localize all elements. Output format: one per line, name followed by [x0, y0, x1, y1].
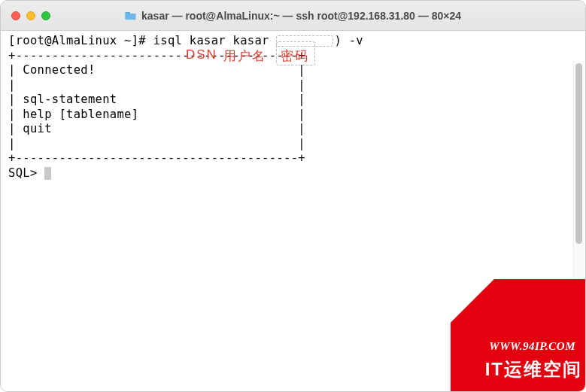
line-connected: | Connected! | — [8, 63, 305, 77]
line-blank-1: | | — [8, 78, 305, 92]
annotation-box — [276, 41, 315, 65]
annotation-user: 用户名 — [223, 47, 266, 65]
scrollbar[interactable] — [573, 61, 584, 391]
line-help: | help [tablename] | — [8, 108, 305, 121]
zoom-icon[interactable] — [41, 11, 50, 20]
traffic-lights — [11, 11, 50, 20]
terminal-window: kasar — root@AlmaLinux:~ — ssh root@192.… — [0, 0, 586, 392]
terminal-area[interactable]: [root@AlmaLinux ~]# isql kasar kasar ) -… — [1, 31, 585, 391]
prompt-tail: ) -v — [334, 34, 363, 47]
title-center: kasar — root@AlmaLinux:~ — ssh root@192.… — [1, 10, 585, 22]
line-sql: | sql-statement | — [8, 93, 305, 106]
scrollbar-thumb[interactable] — [575, 63, 582, 244]
line-quit: | quit | — [8, 122, 305, 135]
titlebar[interactable]: kasar — root@AlmaLinux:~ — ssh root@192.… — [1, 1, 585, 31]
minimize-icon[interactable] — [26, 11, 35, 20]
annotation-dsn: DSN — [186, 47, 217, 62]
terminal-text[interactable]: [root@AlmaLinux ~]# isql kasar kasar ) -… — [8, 34, 572, 391]
cursor-icon — [44, 167, 51, 180]
prompt-line: [root@AlmaLinux ~]# isql kasar kasar — [8, 34, 276, 47]
close-icon[interactable] — [11, 11, 20, 20]
window-title: kasar — root@AlmaLinux:~ — ssh root@192.… — [141, 10, 461, 22]
line-blank-2: | | — [8, 137, 305, 150]
box-bot: +---------------------------------------… — [8, 151, 305, 165]
sql-prompt: SQL> — [8, 166, 44, 180]
folder-icon — [125, 11, 137, 20]
